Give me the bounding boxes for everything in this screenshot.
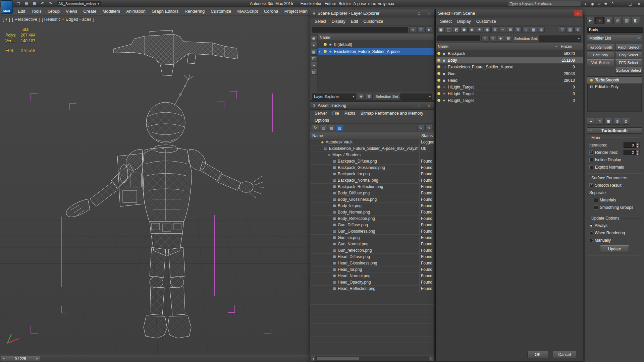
filter-layers-icon[interactable]: ▽ bbox=[417, 26, 424, 33]
next-frame-icon[interactable]: ▸ bbox=[35, 357, 40, 360]
display-hierarchy-icon[interactable]: ⊞ bbox=[505, 35, 512, 42]
menu-item[interactable]: Display bbox=[329, 18, 348, 24]
scene-explorer-search-input[interactable] bbox=[312, 27, 408, 33]
search-submit-icon[interactable]: ▸ bbox=[582, 1, 589, 7]
display-layers-icon[interactable]: ◈ bbox=[497, 35, 504, 42]
asset-row[interactable]: Gun_Glossiness.png Found bbox=[310, 228, 434, 235]
menu-item[interactable]: Paths bbox=[342, 110, 358, 116]
communication-center-icon[interactable]: ⊕ bbox=[596, 1, 602, 7]
gun-wireframe[interactable] bbox=[113, 30, 237, 76]
make-unique-icon[interactable]: ▣ bbox=[604, 118, 612, 125]
modifier-button[interactable]: Surface Select bbox=[615, 67, 642, 74]
display-spacewarps-icon[interactable]: ≈ bbox=[499, 26, 506, 33]
menu-item[interactable]: Customize bbox=[208, 8, 234, 15]
modifier-button[interactable]: FFD Select bbox=[615, 59, 642, 66]
previous-frame-icon[interactable]: ◂ bbox=[1, 357, 6, 360]
scene-explorer-titlebar[interactable]: ◈ Scene Explorer - Layer Explorer — □ × bbox=[310, 9, 434, 17]
asset-row[interactable]: Head_Reflection.png Found bbox=[310, 286, 434, 292]
viewport-general-menu[interactable]: [ + ] bbox=[3, 17, 10, 22]
menu-item[interactable]: Select bbox=[437, 18, 454, 24]
iterations-value[interactable]: 0 bbox=[624, 142, 636, 148]
asset-row[interactable]: Autodesk Vault Logged bbox=[310, 139, 434, 145]
close-button[interactable]: × bbox=[425, 103, 433, 109]
menu-item[interactable]: Views bbox=[63, 8, 80, 15]
expand-arrow-icon[interactable]: ▸ bbox=[319, 50, 322, 53]
modifier-button[interactable]: TurboSmooth bbox=[587, 44, 614, 51]
display-bones-icon[interactable]: ◇ bbox=[522, 26, 529, 33]
display-children-icon[interactable]: ▦ bbox=[311, 49, 317, 55]
max-logo[interactable]: MAX bbox=[1, 0, 13, 14]
thumbnail-view-icon[interactable]: ▦ bbox=[328, 125, 335, 131]
when-rendering-radio[interactable] bbox=[589, 231, 593, 235]
modifier-state-icon[interactable] bbox=[589, 85, 594, 88]
show-all-objects-icon[interactable]: ◫ bbox=[311, 55, 317, 61]
object-visibility-icon[interactable] bbox=[437, 52, 440, 55]
pin-stack-icon[interactable]: ≡ bbox=[587, 118, 595, 125]
object-visibility-icon[interactable] bbox=[437, 85, 440, 88]
display-influences-icon[interactable]: ◉ bbox=[311, 35, 317, 41]
object-visibility-icon[interactable] bbox=[437, 72, 440, 75]
viewport-pov-menu[interactable]: [ Perspective ] bbox=[12, 17, 40, 22]
explorer-mode-selector[interactable]: Layer Explorer ▾ bbox=[312, 94, 356, 100]
ok-button[interactable]: OK bbox=[527, 351, 548, 358]
show-end-result-icon[interactable]: ▯ bbox=[596, 118, 604, 125]
close-button[interactable]: × bbox=[425, 10, 433, 16]
layer-row[interactable]: ▸ 0 (default) bbox=[318, 41, 434, 48]
menu-item[interactable]: MAXScript bbox=[234, 8, 261, 15]
minimize-button[interactable]: — bbox=[405, 10, 413, 16]
tracking-settings-icon[interactable]: ⊛ bbox=[425, 125, 432, 131]
modifier-stack-row[interactable]: Editable Poly bbox=[587, 83, 642, 90]
modifier-state-icon[interactable] bbox=[589, 78, 594, 82]
menu-item[interactable]: Animation bbox=[123, 8, 149, 15]
minimize-button[interactable]: — bbox=[617, 1, 626, 7]
layer-visibility-icon[interactable] bbox=[324, 50, 327, 53]
cancel-button[interactable]: Cancel bbox=[553, 351, 576, 358]
collapse-rollout-icon[interactable]: − bbox=[589, 128, 592, 133]
layer-row[interactable]: ▸ Exoskeleton_Future_Soldier_A-pose bbox=[318, 48, 434, 55]
menu-item[interactable]: Server bbox=[312, 110, 330, 116]
filter-combinations-icon[interactable]: ▽ bbox=[559, 26, 566, 33]
iterations-spinner[interactable]: 0 ▲▼ bbox=[624, 142, 640, 148]
object-visibility-icon[interactable] bbox=[437, 92, 440, 95]
help-icon[interactable]: ? bbox=[609, 1, 616, 7]
maximize-button[interactable]: □ bbox=[415, 103, 423, 109]
scene-object-row[interactable]: Gun 29043 bbox=[436, 70, 583, 77]
scene-object-row[interactable]: Body 151108 bbox=[436, 57, 583, 64]
display-containers-icon[interactable]: ▦ bbox=[530, 26, 537, 33]
asset-row[interactable]: Body_Ior.png Found bbox=[310, 203, 434, 209]
asset-row[interactable]: Gun_ior.png Found bbox=[310, 235, 434, 241]
display-helpers-icon[interactable]: ⊕ bbox=[491, 26, 498, 33]
soldier-wireframe-model[interactable] bbox=[66, 74, 264, 338]
menu-item[interactable]: Rendering bbox=[181, 8, 208, 15]
scrollbar-thumb[interactable] bbox=[316, 357, 359, 360]
spin-down-icon[interactable]: ▼ bbox=[636, 153, 640, 155]
menu-item[interactable]: Create bbox=[80, 8, 99, 15]
asset-row[interactable]: Backpack_Normal.png Found bbox=[310, 177, 434, 184]
scene-object-row[interactable]: HiLight_Target 0 bbox=[436, 97, 583, 104]
menu-item[interactable]: Corona bbox=[261, 8, 281, 15]
menu-item[interactable]: Customize bbox=[361, 18, 386, 24]
maximize-button[interactable]: □ bbox=[415, 10, 423, 16]
asset-row[interactable]: Head_Glossiness.png Found bbox=[310, 260, 434, 266]
display-frozen-icon[interactable]: ◍ bbox=[538, 26, 545, 33]
asset-row[interactable]: Backpack_Reflection.png Found bbox=[310, 184, 434, 190]
utilities-tab-icon[interactable]: ◧ bbox=[632, 17, 640, 24]
show-layers-icon[interactable]: ≈ bbox=[311, 62, 317, 68]
remove-modifier-icon[interactable]: ⊘ bbox=[613, 118, 621, 125]
display-xrefs-icon[interactable]: ⊟ bbox=[515, 26, 522, 33]
menu-item[interactable]: Bitmap Performance and Memory bbox=[358, 110, 426, 116]
select-invert-icon[interactable]: ◩ bbox=[453, 26, 460, 33]
spin-up-icon[interactable]: ▲ bbox=[636, 142, 640, 145]
open-file-icon[interactable]: ▤ bbox=[23, 0, 30, 7]
refresh-icon[interactable]: ↻ bbox=[312, 125, 319, 131]
modifier-button[interactable]: Edit Poly bbox=[587, 52, 614, 58]
favorites-icon[interactable]: ★ bbox=[602, 1, 609, 7]
asset-row[interactable]: Backpack_DIfuse.png Found bbox=[310, 158, 434, 165]
perspective-viewport[interactable]: [ + ] [ Perspective ] [ Realistic + Edge… bbox=[0, 15, 310, 355]
select-from-scene-titlebar[interactable]: Select From Scene × bbox=[436, 9, 583, 17]
asset-row[interactable]: Body_Glossiness.png Found bbox=[310, 196, 434, 203]
asset-row[interactable]: Gun_reflection.png Found bbox=[310, 247, 434, 254]
menu-item[interactable]: Tools bbox=[28, 8, 44, 15]
name-column-header[interactable]: Name bbox=[318, 34, 434, 41]
modifier-stack-row[interactable]: TurboSmooth bbox=[587, 77, 642, 83]
